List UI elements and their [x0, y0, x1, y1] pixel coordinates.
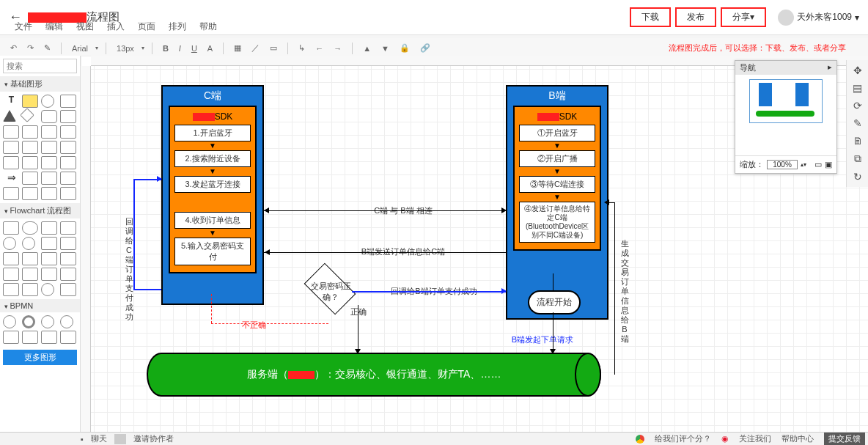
publish-button[interactable]: 发布 [675, 7, 716, 27]
b3[interactable] [41, 315, 54, 328]
s5[interactable] [3, 141, 19, 154]
more-shapes-button[interactable]: 更多图形 [3, 350, 77, 365]
round-rect-shape[interactable] [41, 110, 57, 123]
invite-button[interactable]: 邀请协作者 [133, 433, 174, 444]
s18[interactable] [41, 187, 57, 200]
s1[interactable] [3, 125, 19, 139]
b-panel[interactable]: B端 SDK ①开启蓝牙 ▼ ②开启广播 ▼ ③等待C端连接 ▼ ④发送订单信息… [506, 85, 608, 320]
bold-button[interactable]: B [160, 43, 172, 54]
f18[interactable] [22, 283, 38, 296]
s19[interactable] [60, 187, 76, 200]
target-icon[interactable]: ✥ [853, 65, 862, 76]
menu-arrange[interactable]: 排列 [169, 21, 186, 33]
help-link[interactable]: 帮助中心 [781, 433, 814, 444]
chat-icon[interactable]: ▪ [81, 435, 84, 444]
f6[interactable] [22, 237, 35, 250]
s7[interactable] [41, 141, 57, 154]
text-shape[interactable]: T [3, 95, 20, 108]
download-button[interactable]: 下载 [630, 7, 671, 27]
c-step-5[interactable]: 5.输入交易密码支付 [174, 238, 251, 265]
menu-help[interactable]: 帮助 [199, 21, 217, 33]
f15[interactable] [41, 268, 57, 281]
f10[interactable] [22, 252, 38, 265]
f8[interactable] [60, 237, 76, 250]
arrow-start-icon[interactable]: ← [312, 43, 326, 54]
history-icon[interactable]: ⟳ [853, 100, 862, 111]
fill-icon[interactable]: ▦ [231, 42, 244, 54]
chat-label[interactable]: 聊天 [91, 433, 107, 444]
menu-page[interactable]: 页面 [138, 21, 155, 33]
collab-avatar[interactable] [114, 434, 126, 444]
cat-bpmn[interactable]: BPMN [0, 299, 80, 312]
s10[interactable] [22, 156, 38, 169]
rect-shape[interactable] [60, 95, 76, 108]
c-panel[interactable]: C端 SDK 1.开启蓝牙 ▼ 2.搜索附近设备 ▼ 3.发起蓝牙连接 4.收到… [161, 85, 264, 305]
b-step-4[interactable]: ④发送订单信息给特定C端(BluetoothDevice区别不同C端设备) [519, 202, 595, 243]
s15[interactable] [60, 172, 76, 185]
f16[interactable] [60, 268, 76, 281]
border-icon[interactable]: ▭ [267, 42, 280, 54]
arrow-end-icon[interactable]: → [331, 43, 345, 54]
b4[interactable] [60, 315, 73, 328]
f1[interactable] [3, 221, 19, 235]
c-step-3[interactable]: 3.发起蓝牙连接 [174, 176, 251, 193]
b2[interactable] [22, 315, 35, 328]
server-cylinder[interactable]: 服务端（）：交易核心、银行通道、财产TA、…… [147, 353, 601, 397]
s9[interactable] [3, 156, 19, 169]
back-icon-tb[interactable]: ▼ [378, 43, 392, 54]
underline-button[interactable]: U [188, 43, 200, 54]
font-size[interactable]: 13px [114, 43, 137, 54]
shape-search-input[interactable] [3, 59, 77, 73]
c-step-1[interactable]: 1.开启蓝牙 [174, 125, 251, 141]
rate-link[interactable]: 给我们评个分？ [655, 433, 711, 444]
f19[interactable] [41, 283, 54, 296]
arrow-shape[interactable]: ⇒ [3, 172, 20, 185]
data-icon[interactable]: ⧉ [854, 152, 861, 165]
navigator-panel[interactable]: 导航 ▸ 缩放： 100% ▴▾ ▭ ▣ [735, 60, 837, 174]
f14[interactable] [22, 268, 38, 281]
f20[interactable] [60, 283, 76, 296]
italic-button[interactable]: I [176, 43, 184, 54]
font-select[interactable]: Arial [69, 43, 91, 54]
front-icon[interactable]: ▲ [360, 43, 374, 54]
f13[interactable] [3, 268, 19, 281]
user-menu[interactable]: 天外来客1009▾ [778, 10, 859, 26]
menu-insert[interactable]: 插入 [107, 21, 125, 33]
undo-icon[interactable]: ↶ [7, 42, 20, 54]
layers-icon[interactable]: ▤ [853, 82, 862, 94]
b6[interactable] [22, 331, 38, 344]
diamond-shape[interactable] [20, 108, 34, 122]
s16[interactable] [3, 187, 19, 200]
b5[interactable] [3, 331, 19, 344]
b7[interactable] [41, 331, 57, 344]
cat-basic[interactable]: 基础图形 [0, 76, 80, 92]
font-color-button[interactable]: A [205, 43, 216, 54]
f7[interactable] [41, 237, 57, 250]
menu-view[interactable]: 视图 [76, 21, 94, 33]
zoom-input[interactable]: 100% [767, 160, 798, 169]
f9[interactable] [3, 252, 19, 265]
navigator-collapse-icon[interactable]: ▸ [828, 62, 832, 73]
connector-icon[interactable]: ↳ [295, 42, 308, 54]
follow-link[interactable]: 关注我们 [739, 433, 771, 444]
s3[interactable] [41, 125, 57, 139]
redo-icon[interactable]: ↷ [24, 42, 37, 54]
s17[interactable] [22, 187, 38, 200]
fit-width-icon[interactable]: ▣ [825, 160, 832, 169]
menu-edit[interactable]: 编辑 [45, 21, 63, 33]
feedback-button[interactable]: 提交反馈 [824, 433, 865, 445]
b-step-1[interactable]: ①开启蓝牙 [519, 125, 595, 141]
s12[interactable] [60, 156, 76, 169]
note-shape[interactable] [22, 95, 38, 108]
circle-shape[interactable] [41, 95, 54, 108]
menu-file[interactable]: 文件 [15, 21, 32, 33]
f11[interactable] [41, 252, 57, 265]
s6[interactable] [22, 141, 38, 154]
share-button[interactable]: 分享▾ [721, 7, 766, 27]
f12[interactable] [60, 252, 76, 265]
lock-icon[interactable]: 🔒 [397, 42, 413, 54]
doc-icon[interactable]: 🗎 [853, 135, 863, 147]
refresh-icon[interactable]: ↻ [853, 171, 862, 183]
paint-icon[interactable]: ✎ [41, 42, 54, 54]
c-step-2[interactable]: 2.搜索附近设备 [174, 150, 251, 167]
